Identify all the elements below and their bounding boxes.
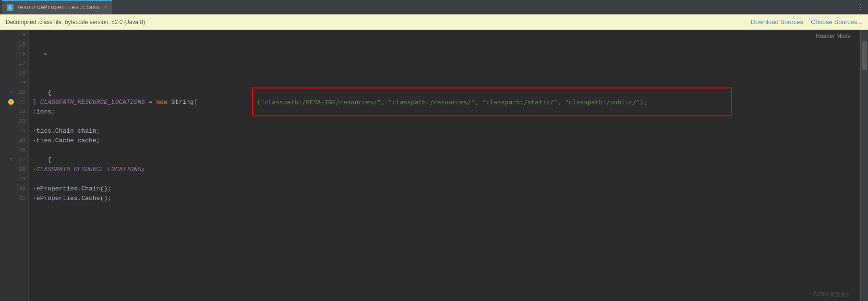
decompiled-info-text: Decompiled .class file, bytecode version… [6,19,145,25]
gutter-row-23: 23 [0,116,25,126]
code-line-30: ·eProperties.Chain(); [29,184,860,193]
gutter-row-28: 28 [0,164,25,174]
warning-icon-21: ! [8,99,14,105]
gutter-row-20: ▽ 20 [0,88,25,97]
active-tab[interactable]: c ResourceProperties.class × [2,0,112,14]
tab-overflow-button[interactable]: ⋮ [853,2,868,12]
download-sources-link[interactable]: Download Sources [751,18,803,25]
info-bar-actions: Download Sources Choose Sources... [751,18,862,25]
code-line-25: ·ties.Cache cache; [29,136,860,145]
gutter-row-26: 26 [0,145,25,155]
gutter-row-25: 25 [0,136,25,145]
code-line-15 [29,39,860,49]
gutter-row-21: ! 21 [0,97,25,107]
gutter-row-31: 31 [0,193,25,203]
gutter-row-27: ▽ 27 [0,155,25,164]
gutter-row-17: 17 [0,59,25,68]
tab-bar: c ResourceProperties.class × ⋮ [0,0,868,14]
gutter-row-24: 24 [0,126,25,136]
gutter-row-30: 30 [0,184,25,193]
editor-area: 8 15 16 17 18 19 ▽ 20 ! 21 [0,30,868,301]
code-line-8 [29,30,860,39]
code-line-22: :ions; [29,107,860,116]
code-line-29 [29,174,860,184]
code-line-16: ▸ [29,49,860,59]
gutter-row-16: 16 [0,49,25,59]
code-line-18 [29,68,860,78]
fold-icon-20[interactable]: ▽ [8,89,14,95]
code-line-20: { [29,88,860,97]
scrollbar-thumb[interactable] [862,41,867,70]
reader-mode-button[interactable]: Reader Mode [816,33,851,39]
gutter-row-15: 15 [0,39,25,49]
code-line-21: ] CLASSPATH_RESOURCE_LOCATIONS = new Str… [29,97,860,107]
gutter-row-22: 22 [0,107,25,116]
code-line-19 [29,78,860,88]
gutter-row-29: 29 [0,174,25,184]
code-line-23 [29,116,860,126]
code-line-31: ·eProperties.Cache(); [29,193,860,203]
code-line-24: ·ties.Chain chain; [29,126,860,136]
code-line-26 [29,145,860,155]
code-line-28: ·CLASSPATH_RESOURCE_LOCATIONS; [29,164,860,174]
tab-filename: ResourceProperties.class [16,4,99,11]
gutter-row-8: 8 [0,30,25,39]
watermark: CSDN @詹太帅 [813,291,851,298]
gutter-row-18: 18 [0,68,25,78]
code-content[interactable]: ▸ { ] CLASSPATH_RESOURCE_LOCATIONS = new… [29,30,860,301]
code-line-17 [29,59,860,68]
choose-sources-link[interactable]: Choose Sources... [811,18,862,25]
vertical-scrollbar[interactable] [860,30,868,301]
info-bar: Decompiled .class file, bytecode version… [0,14,868,30]
tab-close-button[interactable]: × [104,5,108,11]
gutter-row-19: 19 [0,78,25,88]
fold-icon-27[interactable]: ▽ [8,157,14,163]
code-line-27: { [29,155,860,164]
app-window: c ResourceProperties.class × ⋮ Decompile… [0,0,868,301]
tab-file-icon: c [7,4,13,11]
line-number-gutter: 8 15 16 17 18 19 ▽ 20 ! 21 [0,30,29,301]
